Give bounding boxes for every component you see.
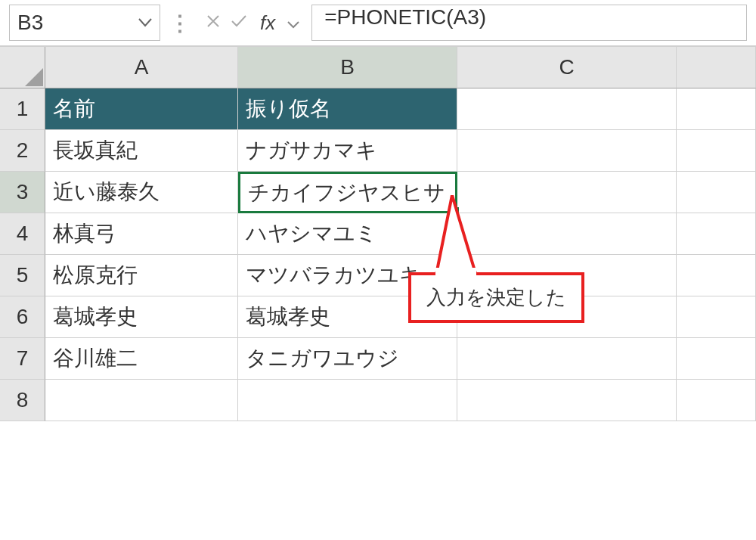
cell-overflow-4 [677, 213, 756, 255]
cell-overflow-3 [677, 172, 756, 213]
select-all-corner[interactable] [0, 47, 45, 88]
chevron-down-icon[interactable] [287, 12, 299, 33]
cell-a4[interactable]: 林真弓 [45, 213, 238, 255]
row-header-3[interactable]: 3 [0, 172, 45, 213]
cell-overflow-6 [677, 296, 756, 338]
cell-b3[interactable]: チカイフジヤスヒサ [238, 172, 457, 213]
callout-box: 入力を決定した [408, 272, 584, 323]
column-header-overflow [677, 47, 756, 88]
cell-overflow-8 [677, 380, 756, 421]
cell-b1[interactable]: 振り仮名 [238, 88, 457, 130]
name-box[interactable]: B3 [9, 5, 160, 41]
cell-a3[interactable]: 近い藤泰久 [45, 172, 238, 213]
column-header-c[interactable]: C [457, 47, 677, 88]
formula-controls: fx [200, 11, 305, 35]
cell-c3[interactable] [457, 172, 677, 213]
cell-overflow-5 [677, 255, 756, 296]
row-header-2[interactable]: 2 [0, 130, 45, 172]
cell-a1[interactable]: 名前 [45, 88, 238, 130]
cell-c2[interactable] [457, 130, 677, 172]
svg-marker-0 [437, 195, 475, 271]
separator-icon: ⋮ [169, 11, 191, 36]
cell-overflow-7 [677, 338, 756, 380]
cell-a5[interactable]: 松原克行 [45, 255, 238, 296]
cell-b8[interactable] [238, 380, 457, 421]
formula-bar: B3 ⋮ fx =PHONETIC(A3) [0, 0, 756, 47]
cell-a8[interactable] [45, 380, 238, 421]
svg-rect-1 [435, 268, 476, 275]
cell-a7[interactable]: 谷川雄二 [45, 338, 238, 380]
row-header-7[interactable]: 7 [0, 338, 45, 380]
cell-c8[interactable] [457, 380, 677, 421]
cancel-icon[interactable] [206, 12, 221, 33]
callout-text: 入力を決定した [426, 286, 566, 309]
row-header-6[interactable]: 6 [0, 296, 45, 338]
row-header-4[interactable]: 4 [0, 213, 45, 255]
column-header-a[interactable]: A [45, 47, 238, 88]
cell-a6[interactable]: 葛城孝史 [45, 296, 238, 338]
formula-value: =PHONETIC(A3) [324, 5, 486, 29]
fx-label[interactable]: fx [260, 11, 275, 35]
name-box-value: B3 [17, 11, 43, 35]
cell-a2[interactable]: 長坂真紀 [45, 130, 238, 172]
cell-c7[interactable] [457, 338, 677, 380]
check-icon[interactable] [230, 12, 248, 33]
spreadsheet-grid: A B C 1 名前 振り仮名 2 長坂真紀 ナガサカマキ 3 近い藤泰久 チカ… [0, 47, 756, 421]
cell-overflow-2 [677, 130, 756, 172]
callout-annotation: 入力を決定した [408, 234, 584, 323]
formula-input[interactable]: =PHONETIC(A3) [311, 5, 747, 41]
cell-b2[interactable]: ナガサカマキ [238, 130, 457, 172]
column-header-b[interactable]: B [238, 47, 457, 88]
chevron-down-icon[interactable] [138, 15, 152, 31]
row-header-5[interactable]: 5 [0, 255, 45, 296]
cell-c1[interactable] [457, 88, 677, 130]
row-header-8[interactable]: 8 [0, 380, 45, 421]
cell-overflow-1 [677, 88, 756, 130]
callout-pointer [429, 195, 490, 278]
cell-b7[interactable]: タニガワユウジ [238, 338, 457, 380]
corner-triangle-icon [25, 68, 43, 86]
row-header-1[interactable]: 1 [0, 88, 45, 130]
